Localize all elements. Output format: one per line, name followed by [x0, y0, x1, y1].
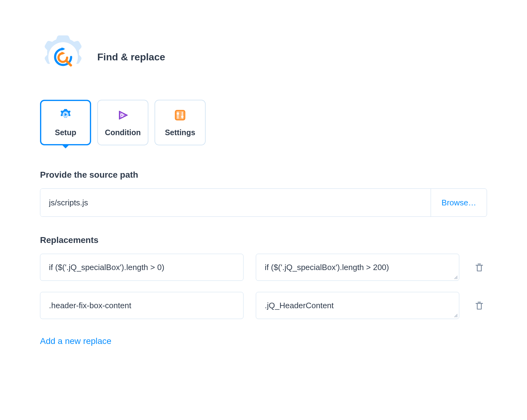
svg-point-13	[177, 112, 179, 115]
source-path-label: Provide the source path	[40, 170, 487, 180]
trash-icon	[474, 262, 484, 272]
browse-button[interactable]: Browse…	[431, 189, 487, 216]
svg-rect-11	[176, 111, 184, 119]
header: Find & replace	[40, 34, 487, 80]
page-title: Find & replace	[97, 51, 165, 63]
delete-row-button[interactable]	[472, 298, 487, 313]
svg-point-0	[48, 42, 78, 72]
replace-from-input[interactable]	[40, 254, 243, 281]
sliders-icon	[173, 108, 187, 122]
replace-to-input[interactable]	[256, 292, 459, 319]
svg-point-15	[181, 115, 183, 118]
trash-icon	[474, 301, 484, 310]
tab-label: Settings	[165, 128, 195, 137]
replacements-label: Replacements	[40, 235, 487, 245]
delete-row-button[interactable]	[472, 260, 487, 275]
replace-to-input[interactable]	[256, 254, 459, 281]
gear-play-icon	[59, 108, 72, 122]
replace-from-input[interactable]	[40, 292, 243, 319]
add-replace-link[interactable]: Add a new replace	[40, 336, 111, 346]
tab-label: Setup	[55, 128, 76, 137]
source-path-input[interactable]	[40, 189, 431, 216]
tab-setup[interactable]: Setup	[40, 100, 91, 145]
tabs-container: Setup IF Condition Settings	[40, 100, 487, 145]
tab-settings[interactable]: Settings	[155, 100, 206, 145]
svg-text:IF: IF	[121, 114, 123, 116]
condition-play-icon: IF	[116, 108, 130, 122]
tab-condition[interactable]: IF Condition	[97, 100, 148, 145]
tab-label: Condition	[105, 128, 141, 137]
source-path-row: Browse…	[40, 188, 487, 217]
find-replace-icon	[40, 34, 86, 80]
replacement-row	[40, 254, 487, 281]
replacement-row	[40, 292, 487, 319]
